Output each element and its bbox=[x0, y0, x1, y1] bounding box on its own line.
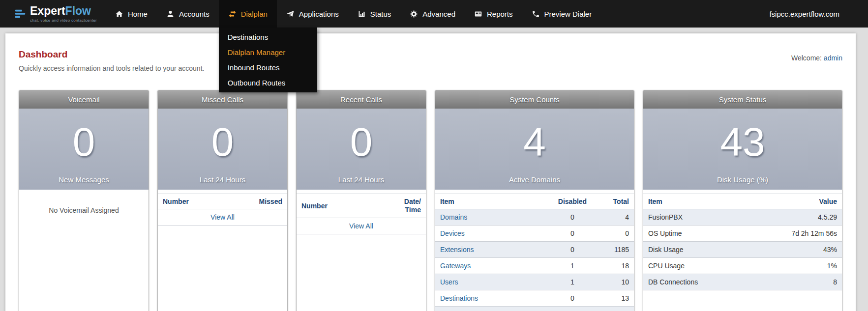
total-value: 0 bbox=[595, 226, 634, 242]
col-header-disabled: Disabled bbox=[550, 194, 595, 209]
brand-name-flow: Flow bbox=[65, 4, 91, 17]
table-header-row: Number Missed bbox=[158, 194, 287, 209]
table-row: Extensions 0 1185 bbox=[435, 242, 634, 258]
card-recent-calls-body: Number Date/ Time View All bbox=[297, 190, 426, 311]
page-title: Dashboard bbox=[19, 49, 204, 60]
card-system-status-body: Item Value FusionPBX 4.5.29 OS Uptime 7d… bbox=[643, 190, 842, 311]
nav-item-advanced[interactable]: Advanced bbox=[400, 0, 465, 28]
recent-calls-count: 0 bbox=[350, 109, 373, 175]
dashboard-page: Dashboard Quickly access information and… bbox=[5, 33, 856, 311]
table-row: Devices 0 0 bbox=[435, 226, 634, 242]
item-link-users[interactable]: Users bbox=[440, 278, 458, 286]
col-header-date-time: Date/ Time bbox=[371, 194, 426, 218]
active-domains-count: 4 bbox=[523, 109, 546, 175]
card-system-counts-title: System Counts bbox=[435, 90, 634, 109]
dashboard-cards: Voicemail 0 New Messages No Voicemail As… bbox=[19, 90, 842, 311]
nav-item-reports[interactable]: Reports bbox=[465, 0, 522, 28]
expertflow-logo-icon bbox=[15, 8, 26, 19]
disabled-value: 1 bbox=[550, 258, 595, 274]
nav-label-dialplan: Dialplan bbox=[241, 10, 268, 18]
brand-name-expert: Expert bbox=[30, 4, 65, 17]
nav-item-status[interactable]: Status bbox=[348, 0, 401, 28]
nav-item-home[interactable]: Home bbox=[106, 0, 157, 28]
table-row: Domains 0 4 bbox=[435, 209, 634, 226]
page-header: Dashboard Quickly access information and… bbox=[19, 49, 842, 72]
disk-usage-label: Disk Usage (%) bbox=[717, 175, 768, 190]
nav-label-status: Status bbox=[370, 10, 391, 18]
card-voicemail: Voicemail 0 New Messages No Voicemail As… bbox=[19, 90, 149, 311]
page-heading-block: Dashboard Quickly access information and… bbox=[19, 49, 204, 72]
total-value: 4 bbox=[595, 209, 634, 226]
menu-item-destinations[interactable]: Destinations bbox=[219, 29, 317, 45]
card-system-counts: System Counts 4 Active Domains Item Disa… bbox=[435, 90, 634, 311]
table-row: View All bbox=[297, 218, 426, 234]
welcome-user-link[interactable]: admin bbox=[824, 54, 842, 62]
brand-text: ExpertFlow chat, voice and video contact… bbox=[30, 5, 97, 23]
table-row: View All bbox=[158, 209, 287, 226]
card-system-status: System Status 43 Disk Usage (%) Item Val… bbox=[643, 90, 842, 311]
voicemail-empty-text: No Voicemail Assigned bbox=[19, 194, 149, 214]
table-row: Users 1 10 bbox=[435, 274, 634, 290]
table-row: Disk Usage 43% bbox=[643, 242, 842, 258]
status-value: 7d 2h 12m 56s bbox=[746, 226, 842, 242]
hostname-text: fsipcc.expertflow.com bbox=[769, 0, 868, 28]
table-row: DB Connections 8 bbox=[643, 274, 842, 290]
dialplan-dropdown: Destinations Dialplan Manager Inbound Ro… bbox=[219, 28, 317, 92]
table-row: CC Queues 0 bbox=[435, 307, 634, 311]
status-item: DB Connections bbox=[643, 274, 746, 290]
active-domains-label: Active Domains bbox=[509, 175, 560, 190]
disabled-value: 0 bbox=[550, 226, 595, 242]
item-link-gateways[interactable]: Gateways bbox=[440, 262, 471, 270]
item-link-domains[interactable]: Domains bbox=[440, 213, 467, 221]
card-system-status-title: System Status bbox=[643, 90, 842, 109]
missed-calls-view-all-link[interactable]: View All bbox=[210, 213, 235, 221]
voicemail-count: 0 bbox=[73, 109, 95, 175]
item-link-extensions[interactable]: Extensions bbox=[440, 246, 474, 254]
welcome-text: Welcome: admin bbox=[791, 54, 842, 62]
menu-item-inbound-routes[interactable]: Inbound Routes bbox=[219, 60, 317, 75]
home-icon bbox=[115, 10, 123, 18]
total-value: 1185 bbox=[595, 242, 634, 258]
missed-calls-count: 0 bbox=[211, 109, 234, 175]
disabled-value: 0 bbox=[550, 209, 595, 226]
brand-name: ExpertFlow bbox=[30, 5, 97, 17]
card-missed-calls-title: Missed Calls bbox=[158, 90, 287, 109]
menu-item-outbound-routes[interactable]: Outbound Routes bbox=[219, 75, 317, 90]
recent-calls-table: Number Date/ Time View All bbox=[297, 194, 426, 234]
card-recent-calls-count-panel: 0 Last 24 Hours bbox=[297, 109, 426, 190]
nav-label-applications: Applications bbox=[299, 10, 339, 18]
recent-calls-view-all-link[interactable]: View All bbox=[349, 222, 373, 230]
nav-label-advanced: Advanced bbox=[422, 10, 455, 18]
card-voicemail-title: Voicemail bbox=[19, 90, 149, 109]
date-time-line1: Date/ bbox=[376, 198, 421, 206]
bar-chart-icon bbox=[358, 10, 366, 18]
total-value: 10 bbox=[595, 274, 634, 290]
disk-usage-count: 43 bbox=[720, 109, 765, 175]
nav-label-accounts: Accounts bbox=[179, 10, 210, 18]
nav-item-applications[interactable]: Applications bbox=[277, 0, 348, 28]
total-value: 13 bbox=[595, 290, 634, 307]
newspaper-icon bbox=[474, 10, 482, 18]
nav-item-preview-dialer[interactable]: Preview Dialer bbox=[522, 0, 601, 28]
disabled-value: 0 bbox=[550, 242, 595, 258]
col-header-item: Item bbox=[435, 194, 550, 209]
status-value: 43% bbox=[746, 242, 842, 258]
table-row: OS Uptime 7d 2h 12m 56s bbox=[643, 226, 842, 242]
col-header-number: Number bbox=[158, 194, 225, 209]
nav-item-accounts[interactable]: Accounts bbox=[157, 0, 219, 28]
item-link-destinations[interactable]: Destinations bbox=[440, 294, 478, 302]
status-value: 8 bbox=[746, 274, 842, 290]
card-voicemail-body: No Voicemail Assigned bbox=[19, 190, 149, 311]
card-system-status-count-panel: 43 Disk Usage (%) bbox=[643, 109, 842, 190]
system-counts-table: Item Disabled Total Domains 0 4 Devices bbox=[435, 194, 634, 311]
missed-calls-table: Number Missed View All bbox=[158, 194, 287, 226]
menu-item-dialplan-manager[interactable]: Dialplan Manager bbox=[219, 45, 317, 60]
brand-tagline: chat, voice and video contactcenter bbox=[30, 18, 97, 23]
card-voicemail-count-panel: 0 New Messages bbox=[19, 109, 149, 190]
brand-logo[interactable]: ExpertFlow chat, voice and video contact… bbox=[0, 0, 106, 28]
card-missed-calls: Missed Calls 0 Last 24 Hours Number Miss… bbox=[157, 90, 288, 311]
nav-menu: Home Accounts Dialplan Destinations Dial… bbox=[106, 0, 601, 28]
item-link-devices[interactable]: Devices bbox=[440, 229, 465, 237]
nav-item-dialplan[interactable]: Dialplan Destinations Dialplan Manager I… bbox=[219, 0, 277, 28]
nav-label-home: Home bbox=[128, 10, 148, 18]
